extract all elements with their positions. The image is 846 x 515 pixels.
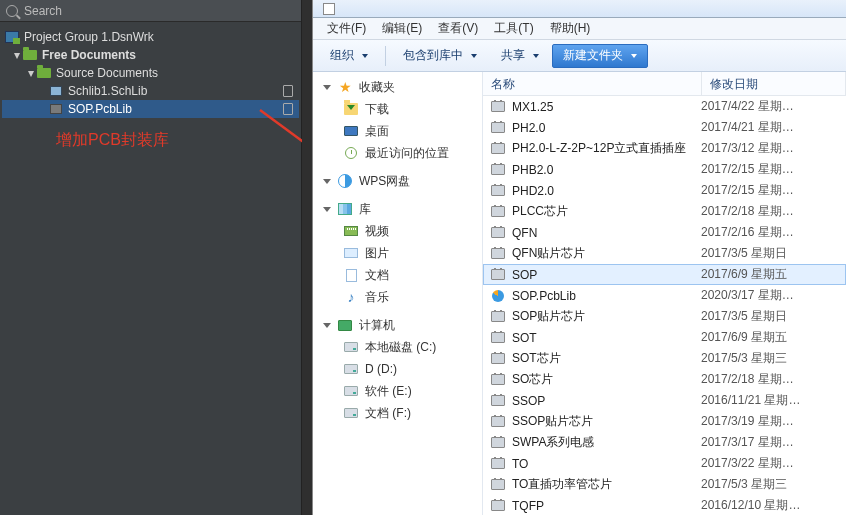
altium-projects-panel: Search Project Group 1.DsnWrk ▾ Free Doc…: [0, 0, 302, 515]
file-row[interactable]: PH2.02017/4/21 星期…: [483, 117, 846, 138]
col-date[interactable]: 修改日期: [702, 72, 846, 95]
component-file-icon: [491, 437, 505, 448]
file-row[interactable]: SOP2017/6/9 星期五: [483, 264, 846, 285]
nav-drive-d[interactable]: D (D:): [313, 358, 482, 380]
nav-documents-label: 文档: [365, 267, 389, 284]
nav-videos-label: 视频: [365, 223, 389, 240]
menu-tools[interactable]: 工具(T): [488, 18, 539, 39]
file-name: PHB2.0: [512, 163, 701, 177]
nav-documents[interactable]: 文档: [313, 264, 482, 286]
file-row[interactable]: QFN贴片芯片2017/3/5 星期日: [483, 243, 846, 264]
file-date: 2017/2/18 星期…: [701, 371, 845, 388]
chevron-down-icon: [323, 179, 331, 184]
nav-favorites[interactable]: ★收藏夹: [313, 76, 482, 98]
explorer-window: 文件(F) 编辑(E) 查看(V) 工具(T) 帮助(H) 组织 包含到库中 共…: [312, 0, 846, 515]
nav-computer[interactable]: 计算机: [313, 314, 482, 336]
newfolder-label: 新建文件夹: [563, 47, 623, 64]
include-button[interactable]: 包含到库中: [392, 44, 488, 68]
star-icon: ★: [337, 79, 353, 95]
component-file-icon: [491, 101, 505, 112]
component-file-icon: [491, 395, 505, 406]
file-date: 2017/4/21 星期…: [701, 119, 845, 136]
nav-videos[interactable]: 视频: [313, 220, 482, 242]
wps-icon: [338, 174, 352, 188]
toolbar: 组织 包含到库中 共享 新建文件夹: [313, 40, 846, 72]
file-row[interactable]: PLCC芯片2017/2/18 星期…: [483, 201, 846, 222]
file-date: 2016/11/21 星期…: [701, 392, 845, 409]
folder-icon: [37, 68, 51, 78]
file-date: 2017/2/15 星期…: [701, 182, 845, 199]
file-date: 2017/5/3 星期三: [701, 350, 845, 367]
file-row[interactable]: SOP.PcbLib2020/3/17 星期…: [483, 285, 846, 306]
desktop-icon: [344, 126, 358, 136]
file-row[interactable]: TO直插功率管芯片2017/5/3 星期三: [483, 474, 846, 495]
menu-edit[interactable]: 编辑(E): [376, 18, 428, 39]
file-name: SSOP: [512, 394, 701, 408]
file-row[interactable]: SOT2017/6/9 星期五: [483, 327, 846, 348]
panel-gutter[interactable]: [302, 0, 312, 515]
annotation-text: 增加PCB封装库: [56, 130, 169, 151]
free-documents-row[interactable]: ▾ Free Documents: [2, 46, 299, 64]
nav-downloads[interactable]: 下载: [313, 98, 482, 120]
file-date: 2020/3/17 星期…: [701, 287, 845, 304]
file-row[interactable]: TQFP2016/12/10 星期…: [483, 495, 846, 515]
nav-pane: ★收藏夹 下载 桌面 最近访问的位置 WPS网盘 库 视频 图片 文档 ♪音乐 …: [313, 72, 483, 515]
nav-favorites-label: 收藏夹: [359, 79, 395, 96]
file-row[interactable]: SWPA系列电感2017/3/17 星期…: [483, 432, 846, 453]
project-group-row[interactable]: Project Group 1.DsnWrk: [2, 28, 299, 46]
source-documents-row[interactable]: ▾ Source Documents: [2, 64, 299, 82]
nav-music[interactable]: ♪音乐: [313, 286, 482, 308]
file-name: TO直插功率管芯片: [512, 476, 701, 493]
file-name: SO芯片: [512, 371, 701, 388]
file-row[interactable]: TO2017/3/22 星期…: [483, 453, 846, 474]
nav-libraries[interactable]: 库: [313, 198, 482, 220]
chevron-down-icon: [323, 207, 331, 212]
newfolder-button[interactable]: 新建文件夹: [552, 44, 648, 68]
caret-icon: ▾: [26, 66, 36, 80]
nav-wps[interactable]: WPS网盘: [313, 170, 482, 192]
file-name: TO: [512, 457, 701, 471]
file-date: 2017/3/22 星期…: [701, 455, 845, 472]
file-row[interactable]: MX1.252017/4/22 星期…: [483, 96, 846, 117]
file-date: 2017/2/18 星期…: [701, 203, 845, 220]
file-list: 名称 修改日期 MX1.252017/4/22 星期…PH2.02017/4/2…: [483, 72, 846, 515]
share-button[interactable]: 共享: [490, 44, 550, 68]
pcblib-row[interactable]: SOP.PcbLib: [2, 100, 299, 118]
pcblib-label: SOP.PcbLib: [68, 102, 132, 116]
file-name: SSOP贴片芯片: [512, 413, 701, 430]
organize-button[interactable]: 组织: [319, 44, 379, 68]
nav-desktop[interactable]: 桌面: [313, 120, 482, 142]
project-group-icon: [5, 31, 19, 43]
file-row[interactable]: SSOP2016/11/21 星期…: [483, 390, 846, 411]
col-name[interactable]: 名称: [483, 72, 702, 95]
nav-pictures[interactable]: 图片: [313, 242, 482, 264]
nav-drive-e-label: 软件 (E:): [365, 383, 412, 400]
titlebar[interactable]: [313, 0, 846, 18]
file-row[interactable]: PH2.0-L-Z-2P~12P立式直插插座2017/3/12 星期…: [483, 138, 846, 159]
file-row[interactable]: SSOP贴片芯片2017/3/19 星期…: [483, 411, 846, 432]
file-row[interactable]: SOT芯片2017/5/3 星期三: [483, 348, 846, 369]
file-row[interactable]: QFN2017/2/16 星期…: [483, 222, 846, 243]
source-documents-label: Source Documents: [56, 66, 158, 80]
file-row[interactable]: PHB2.02017/2/15 星期…: [483, 159, 846, 180]
doc-state-icon: [283, 85, 293, 97]
menu-help[interactable]: 帮助(H): [544, 18, 597, 39]
schlib-row[interactable]: Schlib1.SchLib: [2, 82, 299, 100]
nav-recent[interactable]: 最近访问的位置: [313, 142, 482, 164]
window-icon: [323, 3, 335, 15]
recent-icon: [345, 147, 357, 159]
menu-file[interactable]: 文件(F): [321, 18, 372, 39]
file-row[interactable]: SO芯片2017/2/18 星期…: [483, 369, 846, 390]
component-file-icon: [491, 353, 505, 364]
file-row[interactable]: SOP贴片芯片2017/3/5 星期日: [483, 306, 846, 327]
nav-drive-e[interactable]: 软件 (E:): [313, 380, 482, 402]
nav-drive-c[interactable]: 本地磁盘 (C:): [313, 336, 482, 358]
component-file-icon: [491, 311, 505, 322]
nav-drive-f[interactable]: 文档 (F:): [313, 402, 482, 424]
nav-downloads-label: 下载: [365, 101, 389, 118]
search-bar[interactable]: Search: [0, 0, 301, 22]
nav-computer-label: 计算机: [359, 317, 395, 334]
file-row[interactable]: PHD2.02017/2/15 星期…: [483, 180, 846, 201]
file-list-header[interactable]: 名称 修改日期: [483, 72, 846, 96]
menu-view[interactable]: 查看(V): [432, 18, 484, 39]
